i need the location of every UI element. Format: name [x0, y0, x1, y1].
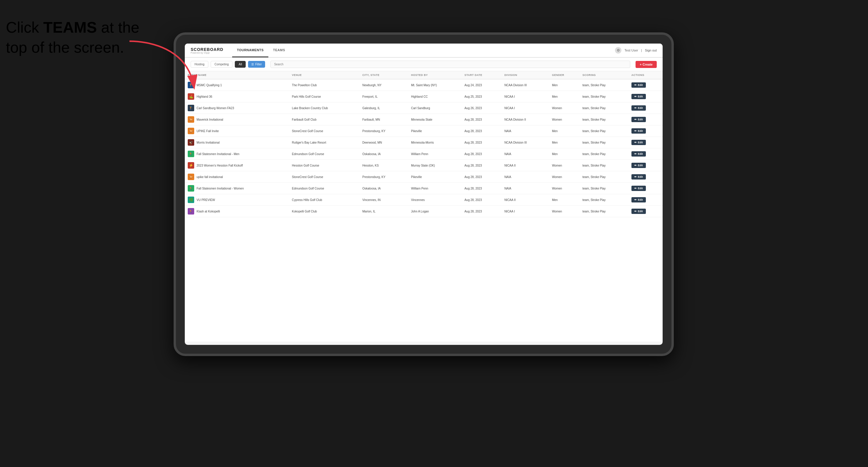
tablet-screen: SCOREBOARD Powered by Clippi TOURNAMENTS…: [185, 43, 662, 345]
event-name-text-8: upike fall invitational: [196, 176, 223, 179]
cell-venue-1: Park Hills Golf Course: [289, 91, 359, 102]
team-logo-7: ⚡: [188, 162, 194, 168]
cell-venue-10: Cypress Hills Golf Club: [289, 194, 359, 206]
cell-gender-8: Women: [549, 171, 580, 183]
create-tournament-btn[interactable]: + Create: [636, 61, 657, 68]
cell-hosted-by-8: Pikeville: [408, 171, 461, 183]
cell-city-state-5: Deerwood, MN: [360, 137, 408, 148]
table-row: ⛳ Highland 36 Park Hills Golf Course Fre…: [185, 91, 662, 102]
edit-btn-10[interactable]: ✏ Edit: [631, 197, 646, 203]
table-row: 🏌 Fall Statesmen Invitational - Women Ed…: [185, 183, 662, 194]
cell-start-date-7: Aug 28, 2023: [461, 160, 501, 171]
edit-btn-2[interactable]: ✏ Edit: [631, 105, 646, 111]
event-name-text-10: VU PREVIEW: [196, 198, 215, 201]
app-header: SCOREBOARD Powered by Clippi TOURNAMENTS…: [185, 43, 662, 58]
cell-city-state-7: Hesston, KS: [360, 160, 408, 171]
cell-city-state-1: Freeport, IL: [360, 91, 408, 102]
cell-start-date-6: Aug 28, 2023: [461, 148, 501, 160]
cell-hosted-by-9: William Penn: [408, 183, 461, 194]
cell-start-date-2: Aug 26, 2023: [461, 102, 501, 114]
cell-gender-10: Men: [549, 194, 580, 206]
cell-venue-6: Edmundson Golf Course: [289, 148, 359, 160]
search-input[interactable]: [270, 61, 630, 68]
table-row: 🐎 Maverick Invitational Faribault Golf C…: [185, 114, 662, 125]
cell-venue-4: StoneCrest Golf Course: [289, 125, 359, 137]
tab-teams[interactable]: TEAMS: [268, 43, 290, 57]
instruction-text: Click TEAMS at thetop of the screen.: [6, 18, 140, 57]
cell-hosted-by-0: Mt. Saint Mary (NY): [408, 79, 461, 91]
edit-btn-4[interactable]: ✏ Edit: [631, 128, 646, 133]
cell-scoring-6: team, Stroke Play: [579, 148, 628, 160]
cell-event-name-6: 🏌 Fall Statesmen Invitational - Men: [185, 148, 289, 160]
cell-start-date-3: Aug 28, 2023: [461, 114, 501, 125]
cell-start-date-0: Aug 24, 2023: [461, 79, 501, 91]
edit-icon-10: ✏: [634, 198, 637, 201]
cell-actions-10: ✏ Edit: [628, 194, 662, 206]
cell-scoring-7: team, Stroke Play: [579, 160, 628, 171]
cell-scoring-8: team, Stroke Play: [579, 171, 628, 183]
table-body: 🏌 MSMC Qualifying 1 The Powelton Club Ne…: [185, 79, 662, 217]
competing-filter-btn[interactable]: Competing: [211, 61, 232, 68]
edit-btn-5[interactable]: ✏ Edit: [631, 140, 646, 145]
cell-gender-9: Women: [549, 183, 580, 194]
team-logo-11: 🏌: [188, 208, 194, 215]
cell-actions-6: ✏ Edit: [628, 148, 662, 160]
table-row: 🦅 Morris Invitational Ruttger's Bay Lake…: [185, 137, 662, 148]
table-row: 🐎 UPIKE Fall Invite StoneCrest Golf Cour…: [185, 125, 662, 137]
filter-label: Filter: [255, 63, 261, 66]
cell-gender-0: Men: [549, 79, 580, 91]
edit-btn-8[interactable]: ✏ Edit: [631, 174, 646, 180]
sign-out-link[interactable]: Sign out: [645, 49, 657, 52]
cell-division-8: NAIA: [501, 171, 549, 183]
cell-actions-2: ✏ Edit: [628, 102, 662, 114]
edit-icon-7: ✏: [634, 164, 637, 167]
cell-actions-9: ✏ Edit: [628, 183, 662, 194]
table-row: 🏌 Klash at Kokopelli Kokopelli Golf Club…: [185, 206, 662, 217]
edit-btn-11[interactable]: ✏ Edit: [631, 209, 646, 214]
cell-division-3: NCAA Division II: [501, 114, 549, 125]
settings-icon[interactable]: ⚙: [615, 47, 621, 54]
tournaments-table: EVENT NAME VENUE CITY, STATE HOSTED BY S…: [185, 71, 662, 217]
table-row: 🏌 MSMC Qualifying 1 The Powelton Club Ne…: [185, 79, 662, 91]
edit-btn-9[interactable]: ✏ Edit: [631, 186, 646, 191]
cell-scoring-3: team, Stroke Play: [579, 114, 628, 125]
cell-venue-3: Faribault Golf Club: [289, 114, 359, 125]
cell-division-2: NICAA I: [501, 102, 549, 114]
cell-division-5: NCAA Division III: [501, 137, 549, 148]
tab-tournaments[interactable]: TOURNAMENTS: [232, 43, 268, 57]
table-header-row: EVENT NAME VENUE CITY, STATE HOSTED BY S…: [185, 71, 662, 79]
cell-event-name-8: 🐎 upike fall invitational: [185, 171, 289, 183]
edit-btn-1[interactable]: ✏ Edit: [631, 94, 646, 99]
cell-actions-11: ✏ Edit: [628, 206, 662, 217]
cell-city-state-4: Prestonsburg, KY: [360, 125, 408, 137]
cell-city-state-0: Newburgh, NY: [360, 79, 408, 91]
edit-icon-4: ✏: [634, 129, 637, 132]
edit-btn-0[interactable]: ✏ Edit: [631, 83, 646, 88]
cell-hosted-by-10: Vincennes: [408, 194, 461, 206]
filter-options-btn[interactable]: ☰ Filter: [248, 61, 265, 68]
cell-city-state-11: Marion, IL: [360, 206, 408, 217]
edit-btn-3[interactable]: ✏ Edit: [631, 117, 646, 122]
cell-city-state-3: Faribault, MN: [360, 114, 408, 125]
edit-btn-7[interactable]: ✏ Edit: [631, 163, 646, 168]
cell-hosted-by-2: Carl Sandburg: [408, 102, 461, 114]
edit-btn-6[interactable]: ✏ Edit: [631, 151, 646, 157]
cell-venue-11: Kokopelli Golf Club: [289, 206, 359, 217]
tournaments-table-container: EVENT NAME VENUE CITY, STATE HOSTED BY S…: [185, 71, 662, 342]
edit-icon-9: ✏: [634, 187, 637, 190]
cell-event-name-9: 🏌 Fall Statesmen Invitational - Women: [185, 183, 289, 194]
table-row: 🐎 upike fall invitational StoneCrest Gol…: [185, 171, 662, 183]
cell-scoring-9: team, Stroke Play: [579, 183, 628, 194]
event-name-text-5: Morris Invitational: [196, 141, 219, 144]
edit-icon-8: ✏: [634, 176, 637, 178]
col-hosted-by: HOSTED BY: [408, 71, 461, 79]
cell-division-9: NAIA: [501, 183, 549, 194]
cell-actions-5: ✏ Edit: [628, 137, 662, 148]
cell-start-date-1: Aug 25, 2023: [461, 91, 501, 102]
cell-actions-1: ✏ Edit: [628, 91, 662, 102]
all-filter-btn[interactable]: All: [235, 61, 246, 68]
cell-hosted-by-3: Minnesota State: [408, 114, 461, 125]
cell-division-4: NAIA: [501, 125, 549, 137]
search-box: [270, 61, 630, 68]
tablet-frame: SCOREBOARD Powered by Clippi TOURNAMENTS…: [174, 32, 674, 356]
